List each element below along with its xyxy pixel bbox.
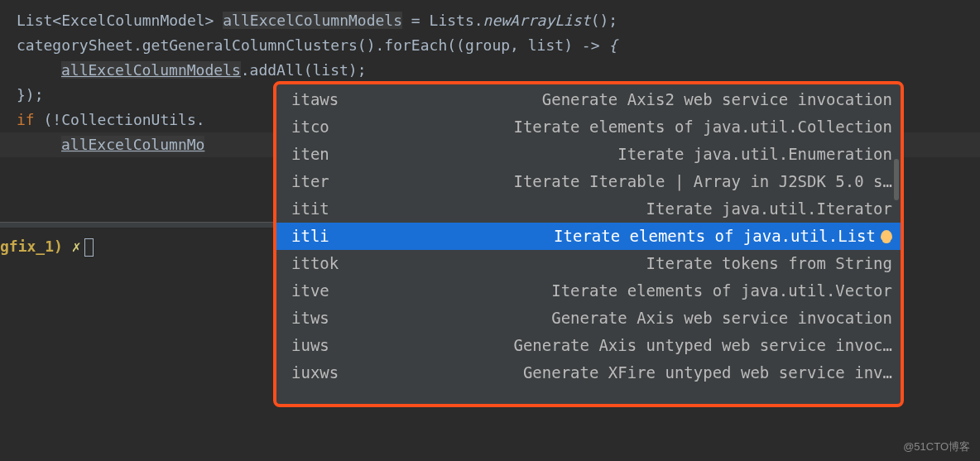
template-desc: Generate Axis untyped web service invoc… bbox=[366, 332, 892, 359]
watermark-text: @51CTO博客 bbox=[903, 439, 970, 454]
template-item-itco[interactable]: itco Iterate elements of java.util.Colle… bbox=[276, 113, 901, 141]
template-abbr: iuws bbox=[291, 332, 366, 359]
template-item-itaws[interactable]: itaws Generate Axis2 web service invocat… bbox=[276, 86, 901, 113]
template-item-iter[interactable]: iter Iterate Iterable | Array in J2SDK 5… bbox=[276, 168, 901, 195]
template-item-iuws[interactable]: iuws Generate Axis untyped web service i… bbox=[276, 332, 901, 359]
template-abbr: itit bbox=[291, 195, 366, 223]
popup-list[interactable]: itaws Generate Axis2 web service invocat… bbox=[276, 84, 901, 404]
template-desc: Generate Axis2 web service invocation bbox=[366, 86, 892, 113]
template-item-itli[interactable]: itli Iterate elements of java.util.List bbox=[276, 223, 901, 250]
template-item-itve[interactable]: itve Iterate elements of java.util.Vecto… bbox=[276, 277, 901, 305]
template-item-iten[interactable]: iten Iterate java.util.Enumeration bbox=[276, 141, 901, 168]
template-abbr: iuxws bbox=[291, 359, 366, 387]
terminal-cursor bbox=[84, 238, 94, 257]
template-desc: Iterate Iterable | Array in J2SDK 5.0 s… bbox=[366, 168, 892, 195]
template-desc: Iterate elements of java.util.Collection bbox=[366, 113, 892, 141]
template-desc: Generate XFire untyped web service inv… bbox=[366, 359, 892, 387]
type-ref: List bbox=[17, 12, 52, 29]
template-abbr: itve bbox=[291, 277, 366, 305]
template-abbr: itws bbox=[291, 305, 366, 332]
template-item-iuxws[interactable]: iuxws Generate XFire untyped web service… bbox=[276, 359, 901, 387]
terminal-status-icon: ✗ bbox=[72, 238, 81, 255]
template-desc: Iterate java.util.Iterator bbox=[366, 195, 892, 223]
terminal-prompt: gfix_1) bbox=[0, 238, 63, 255]
template-item-itit[interactable]: itit Iterate java.util.Iterator bbox=[276, 195, 901, 223]
template-abbr: iten bbox=[291, 141, 366, 168]
template-item-ittok[interactable]: ittok Iterate tokens from String bbox=[276, 250, 901, 277]
template-abbr: iter bbox=[291, 168, 366, 195]
template-abbr: ittok bbox=[291, 250, 366, 277]
template-desc: Iterate tokens from String bbox=[366, 250, 892, 277]
template-abbr: itaws bbox=[291, 86, 366, 113]
template-item-itws[interactable]: itws Generate Axis web service invocatio… bbox=[276, 305, 901, 332]
template-desc: Iterate elements of java.util.List bbox=[366, 223, 892, 250]
code-line-2: categorySheet.getGeneralColumnClusters()… bbox=[17, 33, 980, 58]
terminal-panel[interactable]: gfix_1) ✗ bbox=[0, 232, 273, 262]
template-abbr: itli bbox=[291, 223, 366, 250]
code-line-1: List<ExcelColumnModel> allExcelColumnMod… bbox=[17, 8, 980, 33]
lightbulb-icon bbox=[881, 230, 892, 242]
live-template-popup[interactable]: itaws Generate Axis2 web service invocat… bbox=[273, 81, 904, 407]
terminal-divider[interactable] bbox=[0, 222, 273, 228]
template-desc: Iterate java.util.Enumeration bbox=[366, 141, 892, 168]
template-desc: Iterate elements of java.util.Vector bbox=[366, 277, 892, 305]
template-abbr: itco bbox=[291, 113, 366, 141]
code-line-3: allExcelColumnModels.addAll(list); bbox=[17, 58, 980, 83]
popup-scrollbar-thumb[interactable] bbox=[894, 159, 899, 200]
template-desc: Generate Axis web service invocation bbox=[366, 305, 892, 332]
